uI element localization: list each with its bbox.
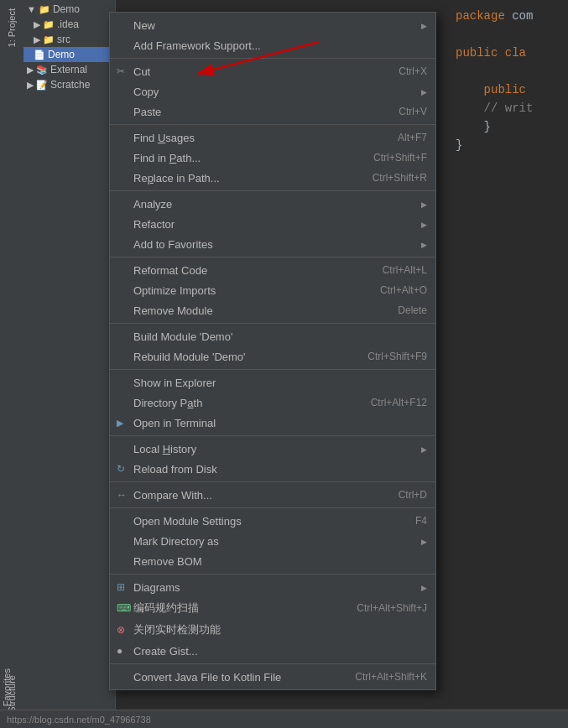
- menu-item-add-favorites[interactable]: Add to Favorites: [110, 234, 435, 254]
- menu-item-rebuild-module[interactable]: Rebuild Module 'Demo' Ctrl+Shift+F9: [110, 346, 435, 367]
- tree-item-demo-label: Demo: [48, 49, 75, 60]
- menu-item-code-scan-shortcut: Ctrl+Alt+Shift+J: [357, 602, 427, 614]
- tree-arrow-ext-icon: ▶: [27, 65, 34, 75]
- menu-item-reformat[interactable]: Reformat Code Ctrl+Alt+L: [110, 260, 435, 280]
- project-tree: ▼ 📁 Demo ▶ 📁 .idea ▶ 📁 src 📄 Demo ▶ 📚 Ex…: [23, 0, 116, 728]
- context-menu: New Add Framework Support... Cut Ctrl+X …: [109, 12, 436, 690]
- menu-item-copy[interactable]: Copy: [110, 81, 435, 101]
- menu-item-replace-in-path[interactable]: Replace in Path... Ctrl+Shift+R: [110, 168, 435, 188]
- menu-item-compare-shortcut: Ctrl+D: [399, 489, 427, 501]
- tree-arrow-icon: ▶: [34, 19, 40, 30]
- menu-item-find-usages-shortcut: Alt+F7: [398, 132, 427, 143]
- diagrams-icon: ⊞: [117, 581, 125, 593]
- left-sidebar: 1: Project Z: Structure: [0, 0, 23, 728]
- favorites-tab[interactable]: Favorites: [0, 665, 23, 710]
- menu-item-rebuild-shortcut: Ctrl+Shift+F9: [367, 351, 427, 362]
- separator-1: [110, 58, 435, 59]
- menu-item-analyze[interactable]: Analyze: [110, 194, 435, 214]
- menu-item-find-in-path[interactable]: Find in Path... Ctrl+Shift+F: [110, 148, 435, 168]
- menu-item-local-history[interactable]: Local History: [110, 439, 435, 459]
- reload-icon: [117, 463, 125, 475]
- menu-item-close-realtime-label: 关闭实时检测功能: [133, 622, 221, 637]
- menu-item-dir-path-shortcut: Ctrl+Alt+F12: [371, 397, 427, 408]
- separator-10: [110, 574, 435, 575]
- menu-item-add-framework[interactable]: Add Framework Support...: [110, 35, 435, 55]
- tree-item-idea[interactable]: ▶ 📁 .idea: [23, 17, 115, 32]
- menu-item-show-explorer[interactable]: Show in Explorer: [110, 372, 435, 393]
- menu-item-mark-dir-arrow: [421, 535, 427, 547]
- menu-item-find-in-path-shortcut: Ctrl+Shift+F: [373, 152, 427, 164]
- menu-item-diagrams-arrow: [421, 581, 427, 593]
- menu-item-add-framework-label: Add Framework Support...: [133, 39, 261, 52]
- editor-line-8: }: [456, 136, 563, 154]
- tree-item-idea-label: .idea: [57, 18, 79, 30]
- menu-item-cut-label: Cut: [133, 65, 150, 78]
- editor-line-7: }: [456, 117, 563, 136]
- terminal-icon: ▶: [117, 418, 123, 429]
- tree-item-external[interactable]: ▶ 📚 External: [23, 62, 115, 77]
- menu-item-open-terminal[interactable]: ▶ Open in Terminal: [110, 413, 435, 433]
- menu-item-find-usages-label: Find Usages: [133, 132, 195, 144]
- menu-item-local-history-label: Local History: [133, 443, 196, 455]
- tree-item-scratches[interactable]: ▶ 📝 Scratche: [23, 77, 115, 92]
- tree-item-src[interactable]: ▶ 📁 src: [23, 32, 115, 47]
- menu-item-paste[interactable]: Paste Ctrl+V: [110, 101, 435, 122]
- status-bar: https://blog.csdn.net/m0_47966738: [0, 710, 568, 728]
- editor-panel: package com public cla public // writ } …: [451, 0, 568, 728]
- menu-item-module-settings-shortcut: F4: [415, 515, 427, 527]
- separator-7: [110, 435, 435, 436]
- menu-item-reload-label: Reload from Disk: [133, 463, 217, 476]
- file-demo-icon: 📄: [34, 49, 45, 60]
- menu-item-remove-module[interactable]: Remove Module Delete: [110, 300, 435, 320]
- menu-item-mark-dir[interactable]: Mark Directory as: [110, 531, 435, 551]
- menu-item-mark-dir-label: Mark Directory as: [133, 535, 219, 548]
- menu-item-find-usages[interactable]: Find Usages Alt+F7: [110, 127, 435, 148]
- menu-item-module-settings[interactable]: Open Module Settings F4: [110, 511, 435, 531]
- editor-line-2: [456, 25, 563, 44]
- compare-icon: ↔: [117, 489, 127, 501]
- separator-9: [110, 507, 435, 508]
- menu-item-remove-module-shortcut: Delete: [398, 304, 427, 316]
- menu-item-code-scan-label: 编码规约扫描: [133, 601, 199, 616]
- github-icon: ●: [117, 645, 122, 657]
- menu-item-refactor[interactable]: Refactor: [110, 214, 435, 234]
- tree-root-label: Demo: [53, 3, 80, 15]
- menu-item-dir-path-label: Directory Path: [133, 397, 202, 409]
- menu-item-code-scan[interactable]: ⌨ 编码规约扫描 Ctrl+Alt+Shift+J: [110, 597, 435, 619]
- menu-item-diagrams[interactable]: ⊞ Diagrams: [110, 577, 435, 597]
- menu-item-convert-kotlin-shortcut: Ctrl+Alt+Shift+K: [355, 671, 427, 683]
- status-url: https://blog.csdn.net/m0_47966738: [7, 715, 151, 725]
- editor-line-3: public cla: [456, 44, 563, 62]
- tree-arrow-scratch-icon: ▶: [27, 80, 34, 91]
- menu-item-close-realtime[interactable]: ⊗ 关闭实时检测功能: [110, 619, 435, 641]
- menu-item-reformat-label: Reformat Code: [133, 264, 207, 277]
- menu-item-create-gist[interactable]: ● Create Gist...: [110, 641, 435, 661]
- menu-item-remove-bom-label: Remove BOM: [133, 555, 202, 568]
- sidebar-tab-project[interactable]: 1: Project: [5, 3, 18, 52]
- scissors-icon: [117, 65, 125, 77]
- menu-item-find-in-path-label: Find in Path...: [133, 152, 201, 164]
- tree-arrow-src-icon: ▶: [34, 34, 40, 45]
- separator-6: [110, 369, 435, 370]
- menu-item-optimize-shortcut: Ctrl+Alt+O: [380, 284, 427, 296]
- menu-item-compare-with[interactable]: ↔ Compare With... Ctrl+D: [110, 485, 435, 505]
- menu-item-convert-kotlin[interactable]: Convert Java File to Kotlin File Ctrl+Al…: [110, 667, 435, 687]
- menu-item-remove-bom[interactable]: Remove BOM: [110, 551, 435, 571]
- menu-item-optimize-imports[interactable]: Optimize Imports Ctrl+Alt+O: [110, 280, 435, 300]
- menu-item-reload-disk[interactable]: Reload from Disk: [110, 459, 435, 479]
- folder-idea-icon: 📁: [43, 19, 55, 30]
- menu-item-rebuild-module-label: Rebuild Module 'Demo': [133, 351, 246, 363]
- menu-item-module-settings-label: Open Module Settings: [133, 515, 242, 528]
- menu-item-create-gist-label: Create Gist...: [133, 645, 198, 658]
- menu-item-directory-path[interactable]: Directory Path Ctrl+Alt+F12: [110, 393, 435, 413]
- menu-item-cut[interactable]: Cut Ctrl+X: [110, 61, 435, 81]
- editor-line-5: public: [456, 81, 563, 99]
- tree-item-demo[interactable]: 📄 Demo: [23, 47, 115, 62]
- menu-item-build-module[interactable]: Build Module 'Demo': [110, 326, 435, 346]
- menu-item-paste-shortcut: Ctrl+V: [399, 106, 427, 117]
- menu-item-new[interactable]: New: [110, 15, 435, 35]
- menu-item-add-favorites-label: Add to Favorites: [133, 238, 213, 251]
- tree-root[interactable]: ▼ 📁 Demo: [23, 2, 115, 17]
- menu-item-diagrams-label: Diagrams: [133, 581, 180, 594]
- menu-item-new-arrow: [421, 19, 427, 31]
